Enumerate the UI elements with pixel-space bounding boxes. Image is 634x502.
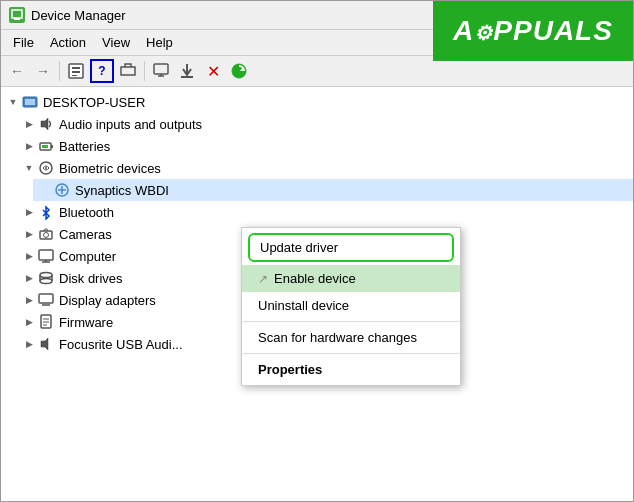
svg-marker-15: [41, 118, 48, 130]
back-button[interactable]: ←: [5, 59, 29, 83]
help-button[interactable]: ?: [90, 59, 114, 83]
tree-item-audio[interactable]: ▶ Audio inputs and outputs: [17, 113, 633, 135]
ctx-scan-hardware[interactable]: Scan for hardware changes: [242, 324, 460, 351]
expand-display: ▶: [21, 295, 37, 305]
cameras-icon: [37, 225, 55, 243]
root-label: DESKTOP-USER: [43, 95, 145, 110]
firmware-label: Firmware: [59, 315, 113, 330]
svg-point-20: [45, 167, 47, 169]
download-button[interactable]: [175, 59, 199, 83]
refresh-button[interactable]: [227, 59, 251, 83]
svg-rect-14: [25, 99, 35, 105]
forward-button[interactable]: →: [31, 59, 55, 83]
disk-icon: [37, 269, 55, 287]
computer-label: Computer: [59, 249, 116, 264]
expand-firmware: ▶: [21, 317, 37, 327]
menu-view[interactable]: View: [94, 32, 138, 53]
svg-rect-17: [51, 145, 53, 148]
expand-cameras: ▶: [21, 229, 37, 239]
synaptics-label: Synaptics WBDI: [75, 183, 169, 198]
batteries-label: Batteries: [59, 139, 110, 154]
root-icon: [21, 93, 39, 111]
computer-icon: [37, 247, 55, 265]
expand-root: ▼: [5, 97, 21, 107]
svg-rect-18: [42, 145, 48, 148]
expand-disk: ▶: [21, 273, 37, 283]
toolbar-separator-2: [144, 61, 145, 81]
synaptics-icon: [53, 181, 71, 199]
audio-label: Audio inputs and outputs: [59, 117, 202, 132]
svg-rect-6: [121, 67, 135, 75]
menu-help[interactable]: Help: [138, 32, 181, 53]
bluetooth-icon: [37, 203, 55, 221]
main-content: ▼ DESKTOP-USER ▶ Audio: [1, 87, 633, 501]
tree-item-bluetooth[interactable]: ▶ Bluetooth: [17, 201, 633, 223]
batteries-icon: [37, 137, 55, 155]
title-icon: [9, 7, 25, 23]
display-icon: [37, 291, 55, 309]
svg-rect-33: [39, 294, 53, 303]
delete-button[interactable]: ✕: [201, 59, 225, 83]
ctx-enable-device[interactable]: ↗ Enable device: [242, 265, 460, 292]
biometric-label: Biometric devices: [59, 161, 161, 176]
menu-action[interactable]: Action: [42, 32, 94, 53]
svg-rect-26: [39, 250, 53, 260]
audio-icon: [37, 115, 55, 133]
svg-rect-7: [154, 64, 168, 74]
svg-rect-5: [72, 75, 77, 76]
device-manager-window: A⚙PPUALS Device Manager File Action View…: [0, 0, 634, 502]
watermark-logo: A⚙PPUALS: [433, 1, 633, 61]
expand-biometric: ▼: [21, 163, 37, 173]
expand-batteries: ▶: [21, 141, 37, 151]
disk-label: Disk drives: [59, 271, 123, 286]
ctx-separator-2: [242, 353, 460, 354]
tree-item-synaptics[interactable]: Synaptics WBDI: [33, 179, 633, 201]
ctx-properties[interactable]: Properties: [242, 356, 460, 383]
svg-point-29: [40, 273, 52, 278]
expand-focusrite: ▶: [21, 339, 37, 349]
tree-item-biometric[interactable]: ▼ Biometric devices: [17, 157, 633, 179]
svg-point-32: [40, 279, 52, 284]
display-label: Display adapters: [59, 293, 156, 308]
svg-marker-39: [41, 338, 48, 350]
focusrite-icon: [37, 335, 55, 353]
window-title: Device Manager: [31, 8, 126, 23]
expand-computer: ▶: [21, 251, 37, 261]
svg-rect-4: [72, 71, 80, 73]
toolbar-separator-1: [59, 61, 60, 81]
watermark-text: A⚙PPUALS: [453, 15, 613, 47]
expand-bluetooth: ▶: [21, 207, 37, 217]
bluetooth-label: Bluetooth: [59, 205, 114, 220]
properties-button[interactable]: [64, 59, 88, 83]
expand-audio: ▶: [21, 119, 37, 129]
context-menu: Update driver ↗ Enable device Uninstall …: [241, 227, 461, 386]
svg-rect-1: [14, 18, 20, 20]
tree-root[interactable]: ▼ DESKTOP-USER: [1, 91, 633, 113]
toolbar-btn-3[interactable]: [116, 59, 140, 83]
cameras-label: Cameras: [59, 227, 112, 242]
focusrite-label: Focusrite USB Audi...: [59, 337, 183, 352]
biometric-icon: [37, 159, 55, 177]
svg-rect-0: [12, 10, 22, 18]
monitor-button[interactable]: [149, 59, 173, 83]
menu-file[interactable]: File: [5, 32, 42, 53]
ctx-separator-1: [242, 321, 460, 322]
ctx-uninstall-device[interactable]: Uninstall device: [242, 292, 460, 319]
firmware-icon: [37, 313, 55, 331]
svg-rect-3: [72, 67, 80, 69]
svg-point-25: [44, 233, 49, 238]
ctx-update-driver[interactable]: Update driver: [248, 233, 454, 262]
tree-item-batteries[interactable]: ▶ Batteries: [17, 135, 633, 157]
